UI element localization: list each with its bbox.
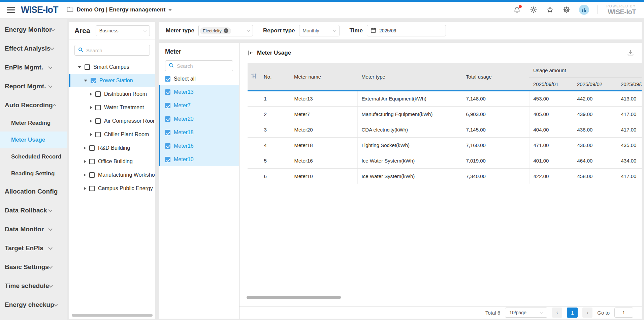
time-picker[interactable] [367,25,446,36]
select-all-checkbox[interactable] [165,76,170,82]
download-icon[interactable] [627,49,634,57]
meter-item-meter13[interactable]: Meter13 [160,85,239,99]
brightness-icon[interactable] [529,6,538,14]
cell-usage-value: 417.00 [617,168,642,184]
tree-checkbox[interactable] [89,145,95,151]
tree-node-r-d-building[interactable]: R&D Building [69,141,155,155]
tree-node-label: Power Station [99,78,133,84]
sidebar-item-allocation-config[interactable]: Allocation Config [0,182,67,201]
pagination-bar: Total 6 10/page ‹ 1 › Go to [239,306,642,319]
meter-checkbox[interactable] [165,143,170,149]
caret-right-icon[interactable] [90,92,92,96]
remove-tag-icon[interactable]: ✕ [224,28,228,33]
sidebar-item-label: Allocation Config [5,188,58,195]
sidebar-item-basic-settings[interactable]: Basic Settings [0,258,67,277]
sidebar-item-enpis-mgmt[interactable]: EnPIs Mgmt. [0,58,67,77]
meter-item-meter10[interactable]: Meter10 [160,153,239,166]
report-type-select[interactable]: Monthly [299,25,340,36]
time-input[interactable] [379,28,442,33]
hamburger-menu-icon[interactable] [7,7,15,13]
sidebar-item-time-schedule[interactable]: Time schedule [0,277,67,295]
next-page-button[interactable]: › [582,308,592,318]
sidebar-item-auto-recording[interactable]: Auto Recording [0,96,67,115]
page-title: Meter Usage [257,50,291,56]
meter-checkbox[interactable] [165,130,170,135]
sidebar-item-data-rollback[interactable]: Data Rollback [0,201,67,220]
caret-right-icon[interactable] [84,160,86,163]
column-settings-icon[interactable] [248,63,260,91]
caret-right-icon[interactable] [90,106,92,109]
area-search-input[interactable] [86,48,146,53]
sidebar-item-report-mgmt[interactable]: Report Mgmt. [0,77,67,96]
table-row: 2Meter7Manufacturing Equipment(kWh)6,903… [248,106,642,122]
tree-checkbox[interactable] [95,118,101,124]
tree-checkbox[interactable] [91,78,96,83]
meter-checkbox[interactable] [165,89,170,95]
meter-item-meter16[interactable]: Meter16 [160,139,239,153]
tree-node-office-building[interactable]: Office Building [69,155,155,168]
tree-checkbox[interactable] [89,159,95,164]
area-scope-select[interactable]: Business [96,25,150,36]
user-avatar[interactable] [579,5,589,15]
meter-item-meter18[interactable]: Meter18 [160,126,239,139]
tree-node-air-compressor-room[interactable]: Air Compressor Room [69,114,155,128]
collapse-panel-icon[interactable] [248,50,254,56]
caret-down-icon[interactable] [84,80,87,82]
tree-node-smart-campus[interactable]: Smart Campus [69,60,155,74]
goto-page-input[interactable] [614,308,633,318]
caret-right-icon[interactable] [90,119,92,123]
sidebar-item-scheduled-record[interactable]: Scheduled Record [0,148,67,165]
caret-right-icon[interactable] [84,187,86,190]
tree-checkbox[interactable] [89,172,95,178]
sidebar-item-energy-checkup[interactable]: Energy checkup [0,295,67,314]
caret-right-icon[interactable] [84,146,86,150]
meter-search-input[interactable] [177,63,229,69]
sidebar-item-reading-setting[interactable]: Reading Setting [0,165,67,182]
favorites-star-icon[interactable] [546,6,554,14]
tree-node-distribution-room[interactable]: Distribution Room [69,87,155,101]
caret-down-icon[interactable] [78,66,81,68]
tree-checkbox[interactable] [95,132,101,137]
prev-page-button[interactable]: ‹ [552,308,562,318]
tree-checkbox[interactable] [95,105,101,110]
meter-item-meter7[interactable]: Meter7 [160,99,239,112]
sidebar-item-energy-monitor[interactable]: Energy Monitor [0,20,67,39]
meter-type-select[interactable]: Electricity ✕ [198,25,253,36]
tree-node-water-treatment[interactable]: Water Treatment [69,101,155,114]
powered-by-label: POWERED BY [606,4,636,8]
notification-bell-icon[interactable] [513,6,521,14]
tree-node-label: R&D Building [98,145,130,151]
caret-right-icon[interactable] [90,133,92,136]
meter-checkbox[interactable] [165,157,170,162]
area-horizontal-scrollbar[interactable] [72,314,153,317]
sidebar-item-meter-reading[interactable]: Meter Reading [0,115,67,132]
meter-item-meter20[interactable]: Meter20 [160,112,239,126]
tree-checkbox[interactable] [95,91,101,97]
tree-node-campus-public-energy[interactable]: Campus Public Energy [69,182,155,195]
select-all-row[interactable]: Select all [159,72,239,85]
org-breadcrumb-label: Demo Org | Energy management [76,6,165,13]
tree-node-manufacturing-workshop[interactable]: Manufacturing Workshop [69,168,155,182]
meter-checkbox[interactable] [165,116,170,122]
page-size-select[interactable]: 10/page [505,308,547,318]
caret-right-icon[interactable] [84,173,86,177]
cell-meter-name: Meter18 [290,137,357,153]
tree-node-chiller-plant-room[interactable]: Chiller Plant Room [69,128,155,141]
table-horizontal-scrollbar[interactable] [247,296,341,299]
tree-node-power-station[interactable]: Power Station [69,74,155,87]
sidebar-item-target-enpis[interactable]: Target EnPIs [0,239,67,258]
tree-node-label: Water Treatment [104,105,144,111]
tree-checkbox[interactable] [89,186,95,191]
sidebar-item-effect-analysis[interactable]: Effect Analysis [0,39,67,58]
cell-icon [248,106,260,122]
sidebar-item-data-monitor[interactable]: Data Monitor [0,220,67,239]
tree-checkbox[interactable] [85,64,90,70]
org-breadcrumb[interactable]: Demo Org | Energy management [67,6,172,13]
current-page-button[interactable]: 1 [567,308,578,318]
meter-checkbox[interactable] [165,103,170,108]
settings-gear-icon[interactable] [562,6,571,14]
cell-meter-name: Meter16 [290,153,357,168]
sidebar-item-label: Meter Usage [11,137,45,143]
cell-usage-value: 453.00 [529,91,573,106]
sidebar-item-meter-usage[interactable]: Meter Usage [0,132,67,148]
